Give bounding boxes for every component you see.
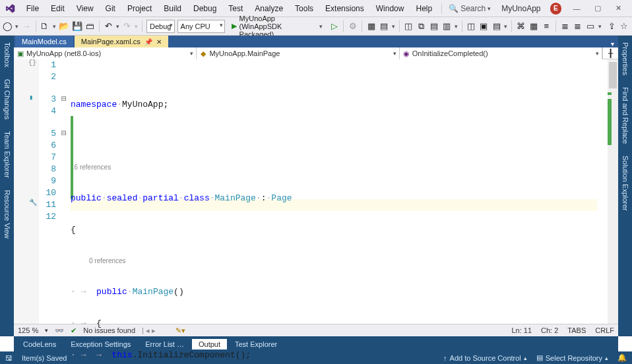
restore-button[interactable]: ▢ (588, 1, 608, 15)
platform-combo[interactable]: Any CPU (177, 20, 225, 33)
open-button[interactable]: 📂 (59, 19, 69, 34)
btab-codelens[interactable]: CodeLens (16, 339, 63, 349)
find-replace-tab[interactable]: Find and Replace (621, 84, 629, 146)
solution-name: MyUnoApp (495, 4, 547, 13)
zoom-level[interactable]: 125 % (18, 326, 38, 334)
close-icon[interactable]: ✕ (156, 38, 162, 46)
outline-margin: {} ▮ 🔧 (27, 59, 39, 324)
share-icon[interactable]: ⇪ (607, 19, 617, 34)
save-status-icon: 🖫 (5, 354, 13, 362)
redo-button[interactable]: ↷ (122, 19, 132, 34)
menu-test[interactable]: Test (223, 2, 248, 15)
codelens-ctor[interactable]: 0 references (71, 256, 608, 266)
btn-i[interactable]: ▣ (479, 19, 489, 34)
btn-n[interactable]: ≣ (560, 19, 570, 34)
vs-logo-icon (4, 3, 16, 15)
menu-edit[interactable]: Edit (46, 2, 70, 15)
nav-type-label: MyUnoApp.MainPage (209, 49, 280, 57)
menu-project[interactable]: Project (122, 2, 157, 15)
user-badge[interactable]: E (550, 3, 562, 15)
config-combo[interactable]: Debug (146, 20, 175, 33)
btn-d[interactable]: ◫ (403, 19, 413, 34)
fold-margin[interactable]: ⊟ ⊟ (61, 59, 71, 324)
menu-tools[interactable]: Tools (290, 2, 319, 15)
codelens-class[interactable]: 16 references (71, 162, 608, 173)
menu-build[interactable]: Build (158, 2, 187, 15)
solution-explorer-tab[interactable]: Solution Explorer (621, 153, 629, 214)
code-area[interactable]: namespace·MyUnoApp; 16 references public… (71, 59, 608, 324)
menu-git[interactable]: Git (100, 2, 121, 15)
left-tool-strip: Toolbox Git Changes Team Explorer Resour… (0, 36, 14, 336)
menu-debug[interactable]: Debug (188, 2, 222, 15)
pin-icon[interactable]: 📌 (144, 38, 152, 46)
btn-g[interactable]: ▥ (441, 19, 451, 34)
resource-view-tab[interactable]: Resource View (3, 187, 11, 241)
btn-p[interactable]: ▭ (585, 19, 595, 34)
close-window-button[interactable]: ✕ (608, 1, 628, 15)
undo-button[interactable]: ↶ (104, 19, 113, 34)
btn-e[interactable]: ⧉ (416, 19, 426, 34)
search-icon: 🔍 (449, 4, 458, 13)
btab-output[interactable]: Output (192, 339, 227, 349)
nav-back-button[interactable]: ◯ (3, 19, 13, 34)
save-button[interactable]: 💾 (72, 19, 82, 34)
live-share-icon[interactable]: ☆ (619, 19, 629, 34)
btn-l[interactable]: ▦ (528, 19, 538, 34)
split-icon[interactable]: ╂ (602, 47, 618, 59)
btn-k[interactable]: ⌘ (516, 19, 526, 34)
btn-b[interactable]: ▦ (366, 19, 376, 34)
btn-a[interactable]: ⚙ (348, 19, 358, 34)
btab-errorlist[interactable]: Error List … (139, 339, 191, 349)
vertical-scrollbar[interactable] (608, 59, 618, 324)
nav-fwd-button[interactable]: → (21, 19, 31, 34)
btab-exception[interactable]: Exception Settings (64, 339, 137, 349)
doctab-mainmodel[interactable]: MainModel.cs (15, 36, 73, 47)
menu-window[interactable]: Window (371, 2, 410, 15)
nav-type-combo[interactable]: ◆ MyUnoApp.MainPage (197, 47, 399, 59)
minimize-button[interactable]: — (567, 2, 586, 15)
team-explorer-tab[interactable]: Team Explorer (3, 129, 11, 181)
btn-m[interactable]: ≡ (542, 19, 552, 34)
right-tool-strip: Properties Find and Replace Solution Exp… (618, 36, 632, 336)
btn-c[interactable]: ▤ (379, 19, 389, 34)
nav-project-label: MyUnoApp (net8.0-ios) (26, 49, 101, 57)
search-box[interactable]: 🔍 Search ▾ (446, 4, 493, 13)
git-changes-tab[interactable]: Git Changes (3, 76, 11, 122)
menu-extensions[interactable]: Extensions (320, 2, 369, 15)
start-debug-button[interactable]: ▶ MyUnoApp (WinAppSDK Packaged) ▾ (228, 20, 327, 33)
chevron-down-icon[interactable]: ▾ (611, 40, 614, 47)
method-icon: ◉ (402, 49, 410, 57)
doctab-mainpage[interactable]: MainPage.xaml.cs 📌 ✕ (75, 36, 168, 47)
nav-member-combo[interactable]: ◉ OnInitializeCompleted() (400, 47, 602, 59)
code-editor[interactable]: {} ▮ 🔧 1 2 3 4 5 6 7 8 9 10 11 12 ⊟ ⊟ na… (14, 59, 618, 324)
nav-project-combo[interactable]: ▣ MyUnoApp (net8.0-ios) (14, 47, 197, 59)
menu-view[interactable]: View (71, 2, 99, 15)
play-icon: ▶ (232, 22, 237, 30)
new-button[interactable]: 🗋 (40, 19, 49, 34)
properties-tab[interactable]: Properties (621, 40, 629, 78)
glasses-icon[interactable]: 👓 (55, 326, 64, 335)
btn-f[interactable]: ▤ (429, 19, 439, 34)
btn-j[interactable]: ▤ (491, 19, 501, 34)
btab-testexplorer[interactable]: Test Explorer (228, 339, 284, 349)
chevron-down-icon: ▾ (488, 5, 491, 12)
bell-icon[interactable]: 🔔 (617, 353, 627, 362)
btn-o[interactable]: ≣ (573, 19, 583, 34)
save-all-button[interactable]: 🗃 (85, 19, 95, 34)
btn-h[interactable]: ◫ (466, 19, 476, 34)
search-label: Search (460, 4, 486, 13)
doctab-label: MainModel.cs (22, 38, 67, 46)
start-no-debug-button[interactable]: ▷ (329, 19, 339, 34)
breakpoint-margin[interactable] (14, 59, 27, 324)
line-numbers: 1 2 3 4 5 6 7 8 9 10 11 12 (39, 59, 61, 324)
scroll-thumb[interactable] (609, 62, 617, 88)
class-icon: ◆ (199, 49, 207, 57)
doctab-label: MainPage.xaml.cs (81, 38, 141, 46)
toolbox-tab[interactable]: Toolbox (3, 40, 11, 70)
start-label: MyUnoApp (WinAppSDK Packaged) (239, 15, 317, 38)
menu-file[interactable]: File (21, 2, 44, 15)
nav-member-label: OnInitializeCompleted() (412, 49, 488, 57)
menu-help[interactable]: Help (410, 2, 437, 15)
main-toolbar: ◯ ▾ → 🗋 ▾ 📂 💾 🗃 ↶ ▾ ↷ ▾ Debug Any CPU ▶ … (0, 17, 632, 36)
menu-analyze[interactable]: Analyze (249, 2, 288, 15)
